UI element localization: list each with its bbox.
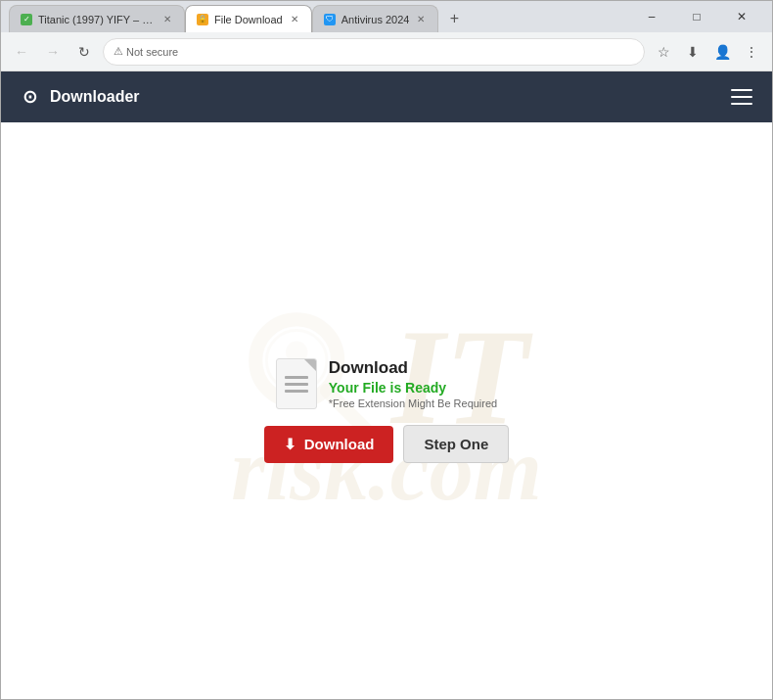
title-bar: ✓ Titanic (1997) YIFY – Download... ✕ 🔒 … — [1, 1, 772, 32]
back-button[interactable]: ← — [9, 39, 34, 65]
security-indicator: ⚠ Not secure — [114, 45, 178, 58]
tab-favicon-titanic: ✓ — [20, 13, 33, 26]
download-button-icon: ⬇ — [284, 436, 296, 453]
tab-file-download[interactable]: 🔒 File Download ✕ — [185, 5, 312, 32]
file-info: Download Your File is Ready *Free Extens… — [276, 358, 497, 409]
not-secure-label: Not secure — [126, 46, 178, 58]
address-actions: ☆ ⬇ 👤 ⋮ — [651, 39, 764, 65]
hamburger-line-2 — [731, 96, 752, 98]
file-icon-bar-3 — [285, 390, 308, 393]
close-window-button[interactable]: ✕ — [719, 1, 764, 32]
action-buttons: ⬇ Download Step One — [264, 425, 510, 463]
favicon-check-icon: ✓ — [21, 14, 32, 25]
warning-icon: ⚠ — [114, 45, 123, 58]
download-card: Download Your File is Ready *Free Extens… — [264, 358, 510, 463]
tab-title-titanic: Titanic (1997) YIFY – Download... — [38, 14, 156, 25]
hamburger-line-3 — [731, 103, 752, 105]
file-icon-bar-2 — [285, 383, 308, 386]
brand-icon: ⊙ — [17, 84, 42, 110]
tab-antivirus[interactable]: 🛡 Antivirus 2024 ✕ — [312, 5, 439, 32]
tab-title-filedownload: File Download — [214, 14, 283, 25]
file-title: Download — [329, 358, 497, 378]
hamburger-line-1 — [731, 89, 752, 91]
browser-window: ✓ Titanic (1997) YIFY – Download... ✕ 🔒 … — [0, 0, 773, 700]
new-tab-button[interactable]: + — [440, 5, 468, 32]
refresh-button[interactable]: ↻ — [71, 39, 97, 65]
file-details: Download Your File is Ready *Free Extens… — [329, 358, 497, 409]
tab-titanic[interactable]: ✓ Titanic (1997) YIFY – Download... ✕ — [9, 5, 185, 32]
minimize-button[interactable]: – — [629, 1, 674, 32]
app-brand: ⊙ Downloader — [17, 84, 140, 110]
tab-favicon-antivirus: 🛡 — [323, 13, 337, 26]
tab-favicon-filedownload: 🔒 — [196, 13, 209, 26]
tab-close-titanic[interactable]: ✕ — [160, 13, 174, 26]
more-button[interactable]: ⋮ — [739, 39, 764, 65]
step-one-button[interactable]: Step One — [403, 425, 509, 463]
address-bar: ← → ↻ ⚠ Not secure ☆ ⬇ 👤 ⋮ — [1, 32, 772, 71]
url-bar[interactable]: ⚠ Not secure — [103, 38, 645, 66]
main-content: IT risk.com Download Your File is Ready … — [1, 122, 772, 699]
tab-close-filedownload[interactable]: ✕ — [288, 13, 301, 26]
tab-close-antivirus[interactable]: ✕ — [414, 13, 428, 26]
file-icon — [276, 358, 317, 409]
file-note: *Free Extension Might Be Required — [329, 397, 497, 409]
download-button[interactable]: ⬇ Download — [264, 426, 394, 463]
profile-button[interactable]: 👤 — [709, 39, 735, 65]
step-one-button-label: Step One — [424, 436, 488, 452]
maximize-button[interactable]: □ — [674, 1, 719, 32]
tabs-bar: ✓ Titanic (1997) YIFY – Download... ✕ 🔒 … — [9, 1, 625, 32]
app-navbar: ⊙ Downloader — [1, 71, 772, 122]
forward-button[interactable]: → — [40, 39, 66, 65]
hamburger-menu-button[interactable] — [727, 82, 756, 112]
brand-name: Downloader — [50, 88, 140, 106]
tab-title-antivirus: Antivirus 2024 — [341, 14, 410, 25]
favicon-shield-icon: 🛡 — [324, 14, 336, 25]
download-indicator-button[interactable]: ⬇ — [680, 39, 705, 65]
bookmark-button[interactable]: ☆ — [651, 39, 676, 65]
file-ready-status: Your File is Ready — [329, 380, 497, 396]
download-button-label: Download — [304, 436, 375, 452]
file-icon-bar-1 — [285, 376, 308, 379]
favicon-lock-icon: 🔒 — [197, 14, 208, 25]
title-controls: – □ ✕ — [629, 1, 764, 32]
